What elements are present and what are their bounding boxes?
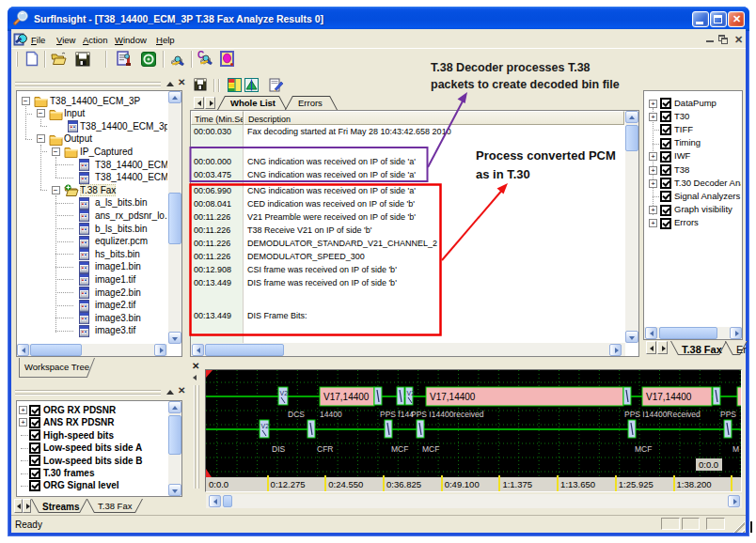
svg-text:V2: V2 xyxy=(261,423,270,429)
svg-text:14400: 14400 xyxy=(320,410,342,419)
svg-text:MCF: MCF xyxy=(422,444,439,454)
svg-text:CFR: CFR xyxy=(317,444,333,454)
svg-text:V17,14400: V17,14400 xyxy=(646,392,692,402)
svg-text:V2: V2 xyxy=(407,390,416,396)
svg-text:PPS I14400Received: PPS I14400Received xyxy=(624,410,701,419)
svg-text:MCF: MCF xyxy=(635,444,652,454)
svg-text:PPS f144: PPS f144 xyxy=(380,410,414,419)
svg-text:DCS: DCS xyxy=(288,410,305,419)
svg-text:PPS: PPS xyxy=(720,410,736,419)
svg-text:V17,14400: V17,14400 xyxy=(430,392,476,402)
svg-text:M: M xyxy=(732,444,739,454)
svg-text:V17,14400: V17,14400 xyxy=(323,392,370,402)
svg-text:0:0.0: 0:0.0 xyxy=(699,459,718,470)
svg-text:V2: V2 xyxy=(280,390,289,396)
svg-text:DIS: DIS xyxy=(272,444,286,454)
svg-text:MCF: MCF xyxy=(391,444,408,454)
svg-text:PPS I14400received: PPS I14400received xyxy=(411,410,484,419)
